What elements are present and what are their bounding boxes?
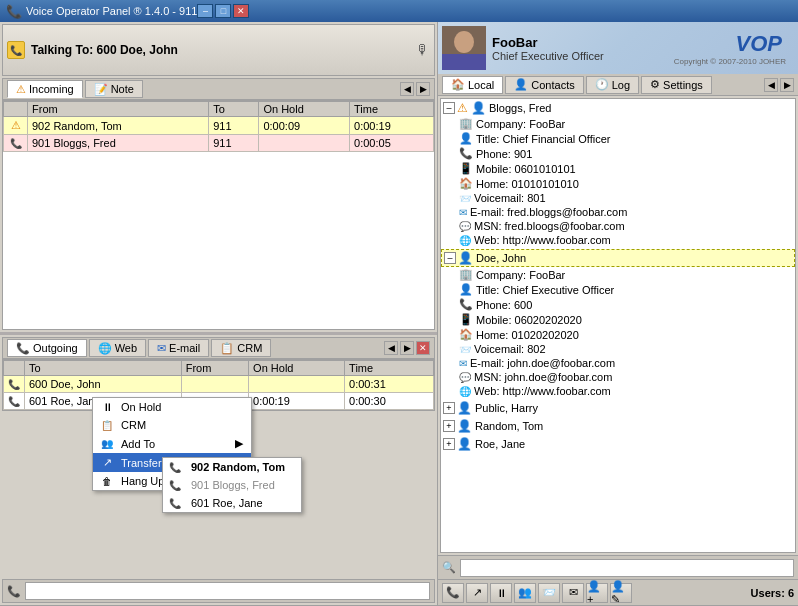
outgoing-close[interactable]: ✕ (416, 341, 430, 355)
vop-logo: VOP (674, 31, 782, 57)
tab-note[interactable]: 📝 Note (85, 80, 143, 98)
contact-bloggs: – ⚠ 👤 Bloggs, Fred 🏢 Company: FooBar 👤 T… (441, 99, 795, 248)
contact-doe-row[interactable]: – 👤 Doe, John (441, 249, 795, 267)
dial-input[interactable] (25, 582, 430, 600)
submenu-icon-1: 📞 (169, 462, 181, 473)
doe-mobile[interactable]: 📱 Mobile: 06020202020 (457, 312, 795, 327)
row-icon: 📞 (4, 135, 28, 152)
bloggs-web[interactable]: 🌐 Web: http://www.foobar.com (457, 233, 795, 247)
tab-outgoing[interactable]: 📞 Outgoing (7, 339, 87, 357)
menu-crm[interactable]: 📋 CRM (93, 416, 251, 434)
search-input[interactable] (460, 559, 794, 577)
left-panel: 📞 Talking To: 600 Doe, John 🎙 ⚠ Incoming… (0, 22, 437, 605)
tab-log[interactable]: 🕐 Log (586, 76, 639, 94)
talking-to-text: Talking To: 600 Doe, John (31, 43, 410, 57)
col-to: To (25, 361, 182, 376)
bloggs-phone[interactable]: 📞 Phone: 901 (457, 146, 795, 161)
row-icon: ⚠ (4, 117, 28, 135)
right-nav-next[interactable]: ▶ (780, 78, 794, 92)
incoming-panel: From To On Hold Time ⚠ 902 Random, Tom 9… (2, 100, 435, 330)
contact-roe-row[interactable]: + 👤 Roe, Jane (441, 436, 795, 452)
outgoing-label: Outgoing (33, 342, 78, 354)
expand-public[interactable]: + (443, 402, 455, 414)
tab-contacts[interactable]: 👤 Contacts (505, 76, 583, 94)
doe-home[interactable]: 🏠 Home: 01020202020 (457, 327, 795, 342)
toolbar-btn-vm[interactable]: 📨 (538, 583, 560, 603)
home-icon-doe: 🏠 (459, 328, 473, 341)
menu-onhold[interactable]: ⏸ On Hold (93, 398, 251, 416)
bloggs-home[interactable]: 🏠 Home: 01010101010 (457, 176, 795, 191)
outgoing-nav-next[interactable]: ▶ (400, 341, 414, 355)
tab-settings[interactable]: ⚙ Settings (641, 76, 712, 94)
outgoing-panel: 📞 Outgoing 🌐 Web ✉ E-mail 📋 CRM ◀ ▶ (2, 337, 435, 577)
minimize-button[interactable]: – (197, 4, 213, 18)
incoming-tab-label: Incoming (29, 83, 74, 95)
contact-bloggs-name: Bloggs, Fred (489, 102, 551, 114)
expand-bloggs[interactable]: – (443, 102, 455, 114)
bloggs-mobile[interactable]: 📱 Mobile: 0601010101 (457, 161, 795, 176)
bloggs-company[interactable]: 🏢 Company: FooBar (457, 116, 795, 131)
tab-web[interactable]: 🌐 Web (89, 339, 146, 357)
col-from: From (181, 361, 248, 376)
log-label: Log (612, 79, 630, 91)
contact-random-row[interactable]: + 👤 Random, Tom (441, 418, 795, 434)
toolbar-btn-transfer[interactable]: ↗ (466, 583, 488, 603)
doe-jobtitle[interactable]: 👤 Title: Chief Executive Officer (457, 282, 795, 297)
incoming-row[interactable]: 📞 901 Bloggs, Fred 911 0:00:05 (4, 135, 434, 152)
toolbar-btn-contact-add[interactable]: 👤+ (586, 583, 608, 603)
contact-tree[interactable]: – ⚠ 👤 Bloggs, Fred 🏢 Company: FooBar 👤 T… (440, 98, 796, 553)
doe-web[interactable]: 🌐 Web: http://www.foobar.com (457, 384, 795, 398)
tab-incoming[interactable]: ⚠ Incoming (7, 80, 83, 98)
doe-phone[interactable]: 📞 Phone: 600 (457, 297, 795, 312)
bloggs-jobtitle[interactable]: 👤 Title: Chief Financial Officer (457, 131, 795, 146)
outgoing-icon: 📞 (16, 342, 30, 355)
right-toolbar: 📞 ↗ ⏸ 👥 📨 ✉ 👤+ 👤✎ Users: 6 (438, 579, 798, 605)
msn-icon: 💬 (459, 221, 471, 232)
submenu-label-3: 601 Roe, Jane (191, 497, 263, 509)
outgoing-row[interactable]: 📞 600 Doe, John 0:00:31 (4, 376, 434, 393)
expand-roe[interactable]: + (443, 438, 455, 450)
row-from (181, 376, 248, 393)
expand-doe[interactable]: – (444, 252, 456, 264)
submenu-item-2[interactable]: 📞 901 Bloggs, Fred (163, 476, 301, 494)
menu-transfer-label: Transfer (121, 457, 162, 469)
tab-crm[interactable]: 📋 CRM (211, 339, 271, 357)
col-icon (4, 361, 25, 376)
window-controls: – □ ✕ (197, 4, 249, 18)
maximize-button[interactable]: □ (215, 4, 231, 18)
titlebar: 📞 Voice Operator Panel ® 1.4.0 - 911 – □… (0, 0, 798, 22)
contacts-label: Contacts (531, 79, 574, 91)
nav-prev[interactable]: ◀ (400, 82, 414, 96)
doe-vm[interactable]: 📨 Voicemail: 802 (457, 342, 795, 356)
bloggs-msn[interactable]: 💬 MSN: fred.bloogs@foobar.com (457, 219, 795, 233)
outgoing-nav-prev[interactable]: ◀ (384, 341, 398, 355)
toolbar-btn-dial[interactable]: 📞 (442, 583, 464, 603)
toolbar-btn-contact-edit[interactable]: 👤✎ (610, 583, 632, 603)
incoming-row[interactable]: ⚠ 902 Random, Tom 911 0:00:09 0:00:19 (4, 117, 434, 135)
doe-email[interactable]: ✉ E-mail: john.doe@foobar.com (457, 356, 795, 370)
doe-company[interactable]: 🏢 Company: FooBar (457, 267, 795, 282)
toolbar-btn-conf[interactable]: 👥 (514, 583, 536, 603)
toolbar-btn-hold[interactable]: ⏸ (490, 583, 512, 603)
row-time: 0:00:19 (350, 117, 434, 135)
menu-addto[interactable]: 👥 Add To ▶ (93, 434, 251, 453)
bloggs-email[interactable]: ✉ E-mail: fred.bloggs@foobar.com (457, 205, 795, 219)
right-nav-prev[interactable]: ◀ (764, 78, 778, 92)
submenu-item-1[interactable]: 📞 902 Random, Tom (163, 458, 301, 476)
tab-local[interactable]: 🏠 Local (442, 76, 503, 94)
submenu-item-3[interactable]: 📞 601 Roe, Jane (163, 494, 301, 512)
close-button[interactable]: ✕ (233, 4, 249, 18)
tab-email[interactable]: ✉ E-mail (148, 339, 209, 357)
mic-icon: 🎙 (416, 42, 430, 58)
contact-bloggs-row[interactable]: – ⚠ 👤 Bloggs, Fred (441, 100, 795, 116)
submenu-icon-2: 📞 (169, 480, 181, 491)
expand-random[interactable]: + (443, 420, 455, 432)
row-time: 0:00:31 (345, 376, 434, 393)
doe-msn[interactable]: 💬 MSN: john.doe@foobar.com (457, 370, 795, 384)
toolbar-btn-email[interactable]: ✉ (562, 583, 584, 603)
nav-next[interactable]: ▶ (416, 82, 430, 96)
row-from: 902 Random, Tom (28, 117, 209, 135)
contact-public-row[interactable]: + 👤 Public, Harry (441, 400, 795, 416)
bloggs-vm[interactable]: 📨 Voicemail: 801 (457, 191, 795, 205)
section-divider (0, 332, 437, 335)
